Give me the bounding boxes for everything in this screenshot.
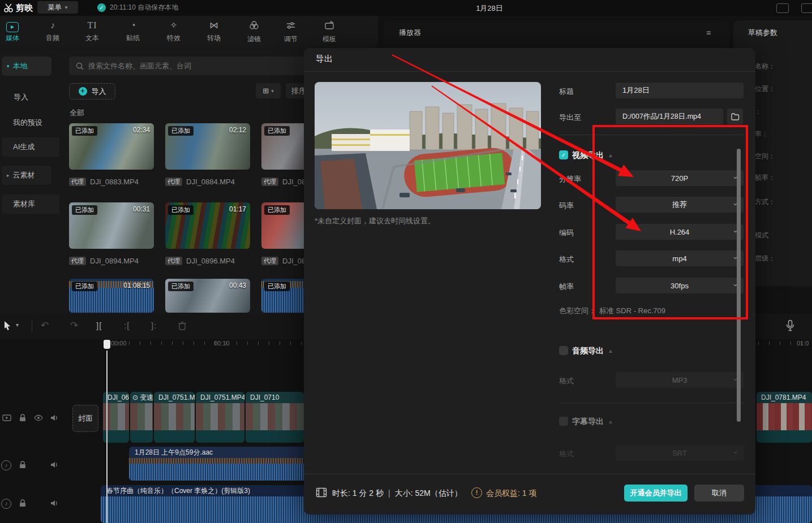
speaker-icon[interactable] [50,413,59,422]
export-dialog: 导出 [304,48,755,515]
title-input[interactable]: 1月28日 [616,83,744,98]
media-sidebar: ▾ 本地 导入 我的预设 AI生成 ▸ 云素材 素材库 [0,46,60,314]
split-left-icon[interactable]: :[ [124,321,130,330]
audio-track-icon: ♪ [1,499,11,509]
timeline-video-clip[interactable]: DJI_0781.MP4 [757,392,812,443]
media-item-thumb[interactable]: 已添加 01:17 [165,202,250,249]
resolution-select[interactable]: 720P ⌄ [616,170,744,186]
tab-effects[interactable]: ✧ 特效 [158,19,190,43]
sidebar-item-local[interactable]: ▾ 本地 [2,57,51,76]
eye-icon[interactable] [34,413,43,422]
playhead-line[interactable] [106,351,108,523]
playhead-handle[interactable] [104,340,110,349]
lock-icon[interactable] [18,460,27,469]
media-item-thumb[interactable]: 已添加 02:34 [69,123,154,170]
format-label: 格式 [559,254,574,265]
timeline-video-clip[interactable]: DJI_0710 [246,392,304,443]
redo-icon[interactable]: ↷ [70,319,78,331]
tab-transition[interactable]: ⋈ 转场 [198,19,230,43]
player-menu-icon[interactable]: ≡ [706,28,716,37]
framerate-select[interactable]: 30fps ⌄ [616,278,744,293]
plus-icon: + [79,87,87,96]
timeline-ruler-ticks[interactable] [108,342,303,345]
video-export-label: 视频导出 [572,150,604,161]
export-path-input[interactable]: D:/007作品/1月28日.mp4 [616,109,723,124]
media-item-thumb[interactable]: 已添加 02:12 [165,123,250,170]
undo-icon[interactable]: ↶ [41,319,49,331]
media-item-name: 代理 DJI_08 [261,176,306,187]
codec-select[interactable]: H.264 ⌄ [616,224,744,240]
split-icon[interactable]: ][ [96,321,102,330]
lock-icon[interactable] [18,413,27,422]
import-button[interactable]: + 导入 [69,83,115,100]
chevron-down-icon: ▾ [271,88,274,94]
tab-media[interactable]: ▶ 媒体 [0,19,28,43]
alert-icon: ! [471,487,482,498]
tab-audio[interactable]: ♪ 音频 [37,19,68,43]
collapse-icon[interactable]: ▲ [608,152,613,158]
audio-format-select[interactable]: MP3 ⌄ [616,372,744,388]
size-info: 大小: 52M（估计） [395,489,462,499]
cover-button[interactable]: 封面 [72,405,98,432]
player-title: 播放器 [399,28,421,38]
collapse-icon[interactable]: ▲ [608,418,613,425]
colorspace-label: 色彩空间： [559,306,596,316]
video-export-checkbox[interactable]: ✓ [559,150,568,159]
audio-export-checkbox[interactable] [559,346,568,355]
timeline-video-clip[interactable]: DJI_0751.MP4 [196,392,244,443]
sidebar-item-cloud[interactable]: ▸ 云素材 [2,166,51,185]
chevron-down-icon: ▾ [65,5,68,10]
app-logo: 剪映 [16,3,33,14]
sidebar-item-import[interactable]: 导入 [2,88,63,107]
menu-button[interactable]: 菜单 ▾ [37,1,78,14]
delete-icon[interactable] [178,321,187,331]
timeline-video-clip-speed[interactable]: ⊙变速 [130,392,153,443]
resolution-label: 分辨率 [559,174,581,184]
speed-icon: ⊙ [132,394,138,401]
format-select[interactable]: mp4 ⌄ [616,250,744,266]
tab-sticker[interactable]: ◔ 贴纸 [117,19,149,43]
cursor-tool-dropdown-icon[interactable]: ▾ [16,322,19,328]
sidebar-item-presets[interactable]: 我的预设 [2,113,63,132]
audio-track-icon: ♪ [1,460,11,470]
tab-adjust[interactable]: 调节 [275,19,307,44]
timeline-video-clip[interactable]: DJI_0751.MF [154,392,195,443]
caret-down-icon: ▾ [7,63,10,69]
sidebar-item-ai-generate[interactable]: AI生成 [2,137,63,157]
browse-folder-button[interactable] [727,109,743,124]
search-input[interactable]: 搜索文件名称、画面元素、台词 [69,57,308,75]
bitrate-select[interactable]: 推荐 ⌄ [616,197,744,213]
record-voiceover-icon[interactable] [785,319,795,332]
layout-columns-icon[interactable] [801,3,812,13]
media-item-thumb-audio[interactable]: 已添加 01:08:15 [69,279,154,313]
audio-icon: ♪ [37,19,68,32]
divider [559,403,744,403]
tab-filter[interactable]: 滤镜 [238,19,270,44]
media-item-thumb[interactable]: 已添加 00:31 [69,202,154,249]
tab-template[interactable]: 模板 [313,19,345,44]
speaker-icon[interactable] [50,460,59,469]
dialog-scrollbar[interactable] [737,149,741,422]
autosave-status: ✓ 20:11:10 自动保存本地 [97,3,178,12]
view-toggle-button[interactable]: ⊞ ▾ [256,83,281,98]
media-item-name: 代理 DJI_0884.MP4 [165,176,235,187]
ruler-label: 00:00 [111,340,127,347]
export-with-membership-button[interactable]: 开通会员并导出 [624,485,688,502]
subtitle-export-checkbox[interactable] [559,417,568,426]
lock-icon[interactable] [18,499,27,508]
tab-text[interactable]: TI 文本 [76,19,108,43]
media-item-thumb[interactable]: 已添加 00:43 [165,279,250,313]
subtitle-format-select[interactable]: SRT ⌄ [616,445,744,461]
search-icon [76,62,84,70]
layout-bottom-icon[interactable] [776,3,789,13]
split-right-icon[interactable]: ]: [151,321,157,330]
sidebar-item-library[interactable]: 素材库 [2,194,63,214]
speaker-icon[interactable] [50,499,59,508]
tool-tabs-strip: ▶ 媒体 ♪ 音频 TI 文本 ◔ 贴纸 ✧ 特效 ⋈ 转场 [0,16,378,46]
capcut-app: 剪映 菜单 ▾ ✓ 20:11:10 自动保存本地 1月28日 ▶ 媒体 ♪ 音… [0,0,812,523]
cancel-button[interactable]: 取消 [694,485,744,502]
media-icon: ▶ [6,22,19,32]
cursor-tool-icon[interactable] [3,321,12,331]
divider [304,474,755,474]
collapse-icon[interactable]: ▲ [608,348,613,354]
